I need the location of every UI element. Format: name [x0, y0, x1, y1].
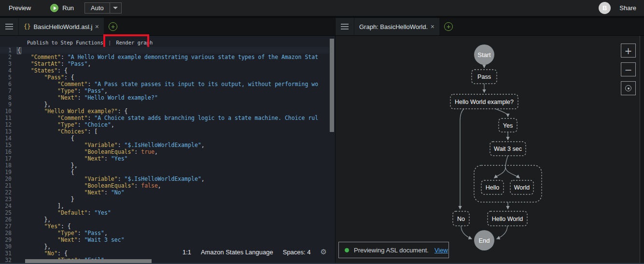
code-line[interactable]: 27 "Yes": {	[0, 223, 329, 230]
code-line[interactable]: 9 },	[0, 101, 329, 108]
code-line[interactable]: 8 "Next": "Hello World example?"	[0, 94, 329, 101]
graph-node-start: Start	[474, 44, 494, 65]
line-text: },	[17, 162, 78, 169]
code-line[interactable]: 28 "Type": "Pass",	[0, 230, 329, 236]
graph-node-yes: Yes	[499, 118, 517, 132]
zoom-out-button[interactable]: −	[621, 62, 636, 76]
code-line[interactable]: 13 "Choices": [	[0, 128, 329, 135]
code-line[interactable]: 2 "Comment": "A Hello World example demo…	[0, 54, 329, 60]
svg-text:Yes: Yes	[503, 122, 513, 129]
publish-to-step-functions-link[interactable]: Publish to Step Functions	[27, 40, 103, 45]
line-number: 15	[0, 142, 17, 148]
editor-status-bar: 1:1 Amazon States Language Spaces: 4 ⚙	[180, 246, 330, 258]
graph-node-world: World	[510, 180, 533, 194]
line-number: 1	[0, 47, 17, 54]
code-line[interactable]: 17 "Next": "Yes"	[0, 155, 329, 162]
code-line[interactable]: 4 "States": {	[0, 67, 329, 74]
line-text: "Comment": "A Pass state passes its inpu…	[17, 81, 318, 88]
line-text: },	[17, 243, 51, 250]
code-area[interactable]: 1{2 "Comment": "A Hello World example de…	[0, 47, 329, 264]
graph-node-helloworld: Hello World	[488, 211, 527, 226]
line-number: 25	[0, 209, 17, 216]
close-icon[interactable]: ×	[431, 23, 434, 30]
code-line[interactable]: 12 "Type": "Choice",	[0, 121, 329, 128]
code-line[interactable]: 20 "Variable": "$.IsHelloWorldExample",	[0, 176, 329, 182]
run-mode-caret-button[interactable]	[110, 3, 121, 13]
run-button-label: Run	[62, 4, 74, 12]
topbar-left-group: Preview Run Auto	[0, 2, 122, 14]
new-tab-button[interactable]: +	[444, 22, 453, 31]
view-link[interactable]: View	[434, 247, 448, 254]
settings-gear-icon[interactable]: ⚙	[321, 248, 327, 256]
graph-panel-menu-button[interactable]	[336, 18, 354, 35]
code-line[interactable]: 7 "Type": "Pass",	[0, 88, 329, 94]
line-number: 32	[0, 257, 17, 264]
graph-node-end: End	[474, 230, 494, 250]
run-mode-dropdown[interactable]: Auto	[84, 2, 122, 14]
code-line[interactable]: 1{	[0, 47, 329, 54]
user-avatar[interactable]: B	[599, 2, 611, 14]
svg-text:No: No	[457, 216, 465, 222]
graph-node-hello: Hello	[481, 180, 504, 194]
code-line[interactable]: 3 "StartAt": "Pass",	[0, 60, 329, 67]
code-line[interactable]: 10 "Hello World example?": {	[0, 108, 329, 115]
svg-text:World: World	[514, 184, 530, 191]
hamburger-icon	[341, 24, 349, 25]
graph-node-pass: Pass	[472, 70, 497, 84]
code-line[interactable]: 23 }	[0, 196, 329, 203]
new-tab-button[interactable]: +	[109, 22, 117, 31]
tab-basichelloworld[interactable]: {} BasicHelloWorld.asl.js ×	[19, 18, 104, 35]
code-line[interactable]: 25 "Default": "Yes"	[0, 209, 329, 216]
line-number: 17	[0, 155, 17, 162]
code-line[interactable]: 5 "Pass": {	[0, 74, 329, 81]
line-text: "Variable": "$.IsHelloWorldExample",	[17, 176, 205, 182]
code-line[interactable]: 14 {	[0, 135, 329, 142]
close-icon[interactable]: ×	[95, 23, 99, 30]
language-mode[interactable]: Amazon States Language	[201, 249, 273, 256]
code-line[interactable]: 22 "Next": "No"	[0, 189, 329, 196]
zoom-reset-button[interactable]	[621, 81, 636, 95]
svg-text:Hello: Hello	[486, 184, 500, 191]
line-number: 29	[0, 236, 17, 243]
line-number: 5	[0, 74, 17, 81]
code-line[interactable]: 6 "Comment": "A Pass state passes its in…	[0, 81, 329, 88]
line-text: "Yes": {	[17, 223, 71, 230]
run-play-icon	[50, 4, 58, 12]
svg-text:Wait 3 sec: Wait 3 sec	[494, 146, 522, 152]
line-text: "Comment": "A Hello World example demons…	[17, 54, 318, 60]
line-number: 9	[0, 101, 17, 108]
share-button[interactable]: Share	[619, 4, 636, 12]
code-line[interactable]: 21 "BooleanEquals": false,	[0, 182, 329, 189]
graph-panel-right-gutter	[640, 36, 644, 264]
run-button[interactable]: Run	[50, 4, 74, 12]
top-menu-bar: Preview Run Auto B Share	[0, 0, 644, 16]
code-line[interactable]: 11 "Comment": "A Choice state adds branc…	[0, 115, 329, 121]
indentation-setting[interactable]: Spaces: 4	[283, 249, 311, 256]
code-line[interactable]: 24 ],	[0, 203, 329, 209]
graph-edge-no-end	[461, 226, 472, 239]
code-line[interactable]: 19 {	[0, 169, 329, 176]
line-number: 18	[0, 162, 17, 169]
graph-edge-choice-no	[460, 109, 464, 209]
line-number: 12	[0, 121, 17, 128]
run-mode-value[interactable]: Auto	[85, 3, 110, 13]
line-text: "Hello World example?": {	[17, 108, 128, 115]
graph-panel: Graph: BasicHelloWorld.a × + StartPassHe…	[336, 18, 644, 264]
code-line[interactable]: 29 "Next": "Wait 3 sec"	[0, 236, 329, 243]
vertical-scrollbar-thumb[interactable]	[330, 39, 334, 132]
line-number: 31	[0, 250, 17, 257]
tab-graph[interactable]: Graph: BasicHelloWorld.a ×	[354, 18, 439, 35]
svg-text:Hello World: Hello World	[492, 216, 523, 222]
svg-text:Pass: Pass	[477, 73, 491, 80]
code-line[interactable]: 18 },	[0, 162, 329, 169]
graph-edge-split-world	[505, 167, 519, 178]
code-line[interactable]: 26 },	[0, 216, 329, 223]
preview-button[interactable]: Preview	[9, 4, 31, 12]
line-number: 16	[0, 148, 17, 155]
state-machine-graph-canvas[interactable]: StartPassHello World example?YesWait 3 s…	[336, 36, 644, 264]
line-text: "BooleanEquals": true,	[17, 148, 158, 155]
zoom-in-button[interactable]: +	[621, 44, 636, 58]
code-line[interactable]: 16 "BooleanEquals": true,	[0, 148, 329, 155]
code-line[interactable]: 15 "Variable": "$.IsHelloWorldExample",	[0, 142, 329, 148]
editor-panel-menu-button[interactable]	[0, 18, 18, 35]
